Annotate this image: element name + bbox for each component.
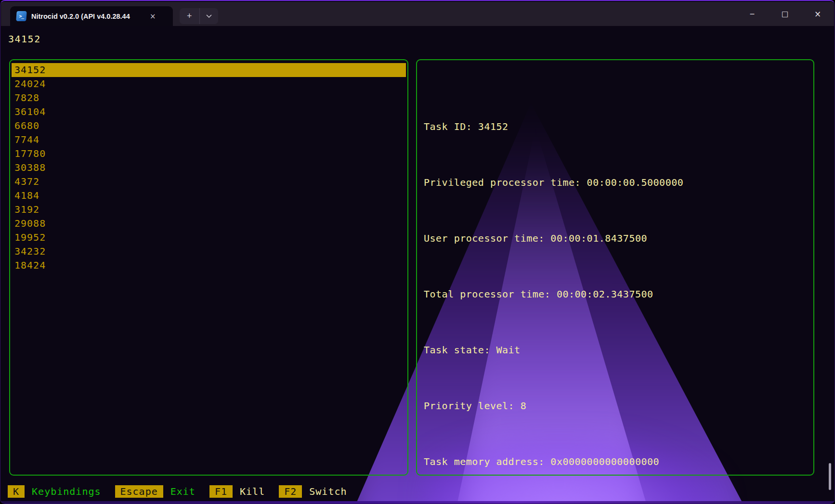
task-details-panel: Task ID: 34152 Privileged processor time…	[416, 59, 814, 476]
task-detail-line: Priority level: 8	[424, 399, 809, 413]
tab-close-icon[interactable]: ×	[148, 11, 158, 22]
task-row[interactable]: 7744	[12, 133, 406, 147]
keybinding[interactable]: F2 Switch	[279, 485, 347, 498]
task-details: Task ID: 34152 Privileged processor time…	[424, 64, 809, 497]
task-detail-line: Task state: Wait	[424, 343, 809, 357]
task-row[interactable]: 24024	[12, 77, 406, 91]
task-row[interactable]: 6680	[12, 119, 406, 133]
window-controls: ─ □ ×	[736, 2, 834, 26]
task-detail-line: Task memory address: 0x0000000000000000	[424, 455, 809, 469]
task-list-panel: 34152 24024 7828 36104 6680 7744 17780 3…	[9, 59, 408, 476]
task-detail-line: Total processor time: 00:00:02.3437500	[424, 287, 809, 301]
title-bar: >_ Nitrocid v0.2.0 (API v4.0.28.44 × + ─…	[1, 2, 834, 26]
keybinding-label: Switch	[309, 486, 347, 497]
chevron-down-icon	[206, 14, 212, 18]
task-row[interactable]: 7828	[12, 91, 406, 105]
tab-actions: +	[180, 8, 218, 24]
terminal-content: 34152 34152 24024 7828 36104 6680 7744 1…	[1, 26, 834, 504]
powershell-icon: >_	[16, 11, 26, 21]
terminal-window: >_ Nitrocid v0.2.0 (API v4.0.28.44 × + ─…	[0, 0, 835, 504]
keybinding-key-chip: F2	[279, 485, 302, 498]
tab-title: Nitrocid v0.2.0 (API v4.0.28.44	[31, 13, 143, 20]
task-detail-line: Task ID: 34152	[424, 120, 809, 134]
keybinding[interactable]: Escape Exit	[115, 485, 196, 498]
keybinding-key-chip: F1	[209, 485, 233, 498]
task-row[interactable]: 3192	[12, 203, 406, 217]
task-row[interactable]: 4184	[12, 189, 406, 203]
maximize-button[interactable]: □	[769, 2, 801, 26]
task-row[interactable]: 17780	[12, 147, 406, 161]
task-row[interactable]: 19952	[12, 231, 406, 245]
keybindings-bar: K Keybindings Escape Exit F1 Kill F2 Swi…	[8, 485, 827, 498]
task-row[interactable]: 36104	[12, 105, 406, 119]
task-list: 34152 24024 7828 36104 6680 7744 17780 3…	[12, 62, 406, 473]
new-tab-button[interactable]: +	[180, 11, 199, 21]
task-row[interactable]: 34152	[12, 63, 406, 77]
keybinding-label: Exit	[170, 486, 196, 497]
keybinding[interactable]: F1 Kill	[209, 485, 265, 498]
keybinding-key-chip: Escape	[115, 485, 163, 498]
keybinding-key-chip: K	[8, 485, 25, 498]
keybinding[interactable]: K Keybindings	[8, 485, 101, 498]
task-row[interactable]: 34232	[12, 245, 406, 258]
close-button[interactable]: ×	[801, 2, 834, 26]
scrollbar-thumb[interactable]	[829, 463, 831, 490]
task-row[interactable]: 30388	[12, 161, 406, 175]
selected-task-header: 34152	[8, 33, 41, 45]
task-row[interactable]: 18424	[12, 258, 406, 272]
task-row[interactable]: 29088	[12, 217, 406, 231]
tab-dropdown-button[interactable]	[200, 14, 218, 18]
keybinding-label: Kill	[240, 486, 265, 497]
keybinding-label: Keybindings	[32, 486, 101, 497]
task-row[interactable]: 4372	[12, 175, 406, 189]
minimize-button[interactable]: ─	[736, 2, 769, 26]
tab-nitrocid[interactable]: >_ Nitrocid v0.2.0 (API v4.0.28.44 ×	[10, 6, 173, 26]
task-detail-line: Privileged processor time: 00:00:00.5000…	[424, 176, 809, 190]
task-detail-line: User processor time: 00:00:01.8437500	[424, 232, 809, 246]
window-bottom-border	[0, 501, 835, 504]
